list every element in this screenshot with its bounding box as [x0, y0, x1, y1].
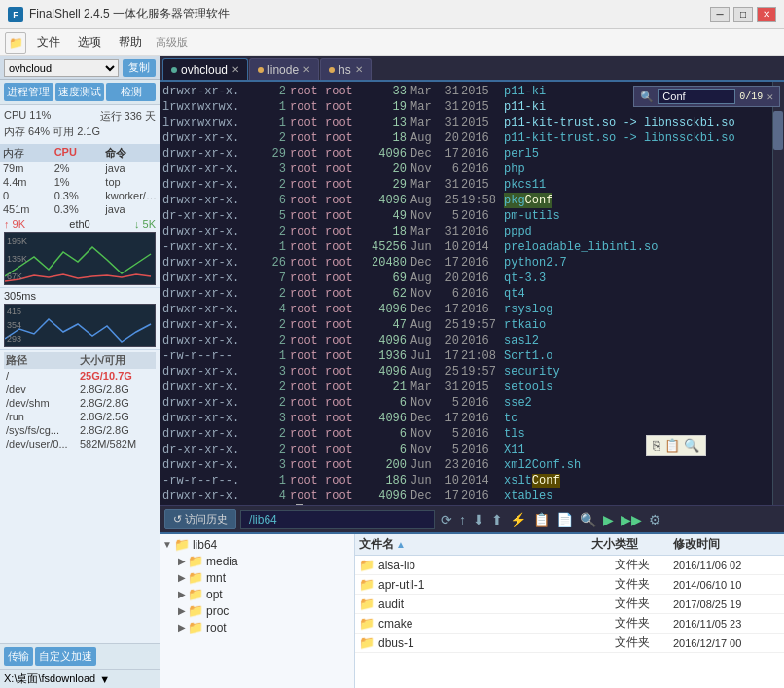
- download-icon[interactable]: ⬇: [471, 511, 486, 528]
- clipboard-icon[interactable]: 📋: [531, 511, 552, 528]
- copy-icon-1[interactable]: ⎘: [653, 439, 660, 453]
- search-close-icon[interactable]: ✕: [766, 91, 773, 103]
- lightning-icon[interactable]: ⚡: [508, 511, 528, 528]
- file-row[interactable]: 📁audit 文件夹 2017/08/25 19: [355, 595, 784, 614]
- search-cmd-icon[interactable]: 🔍: [578, 511, 598, 528]
- line-day: 17: [440, 255, 459, 271]
- refresh-icon[interactable]: ⟳: [439, 511, 454, 528]
- tree-node-proc[interactable]: ▶ 📁 proc: [162, 602, 352, 619]
- line-month: Aug: [410, 364, 440, 380]
- play-fast-icon[interactable]: ▶▶: [619, 511, 644, 528]
- terminal-line-9: drwxr-xr-x.2rootroot18Mar312016pppd: [162, 224, 768, 239]
- up-dir-icon[interactable]: ↑: [457, 511, 468, 528]
- col-cpu: CPU: [54, 146, 106, 161]
- line-links: 4: [265, 302, 286, 317]
- speed-test-button[interactable]: 速度测试: [55, 83, 105, 101]
- toolbar-folder-btn[interactable]: 📁: [5, 32, 26, 54]
- line-size: 62: [360, 286, 407, 302]
- transfer-button[interactable]: 传输: [4, 647, 33, 666]
- response-area: 305ms 415 354 293: [0, 288, 160, 350]
- line-fname: Scrt1.o: [504, 348, 552, 364]
- terminal-line-3: drwxr-xr-x.2rootroot18Aug202016p11-kit-t…: [162, 130, 768, 146]
- line-size: 6: [360, 442, 407, 457]
- history-button[interactable]: ↺ 访问历史: [164, 509, 236, 529]
- menu-options[interactable]: 选项: [70, 31, 109, 54]
- terminal-area[interactable]: 🔍 0/19 ✕ drwxr-xr-x.2rootroot33Mar312015…: [160, 82, 784, 505]
- file-row[interactable]: 📁apr-util-1 文件夹 2014/06/10 10: [355, 575, 784, 595]
- minimize-button[interactable]: ─: [710, 7, 730, 22]
- tab-ovhcloud[interactable]: ovhcloud ✕: [162, 58, 248, 80]
- net-header: ↑ 9K eth0 ↓ 5K: [4, 218, 156, 230]
- disk-row: /dev/user/0...582M/582M: [4, 437, 156, 451]
- tree-node-mnt[interactable]: ▶ 📁 mnt: [162, 569, 352, 586]
- folder-icon-mnt: 📁: [188, 570, 203, 585]
- terminal-scrollbar[interactable]: [772, 82, 784, 505]
- line-fname: tls: [504, 426, 525, 442]
- file-icon[interactable]: 📄: [554, 511, 575, 528]
- tree-expand-proc[interactable]: ▶: [178, 605, 186, 616]
- detect-button[interactable]: 检测: [106, 83, 156, 101]
- title-bar: F FinalShell 2.4.5 一体化服务器管理软件 ─ □ ✕: [0, 0, 784, 29]
- header-size[interactable]: 大小: [547, 536, 615, 553]
- cpu-label: CPU 11%: [4, 109, 51, 124]
- line-perms: drwxr-xr-x.: [162, 255, 265, 271]
- line-day: 25: [440, 317, 459, 333]
- line-month: Dec: [410, 302, 440, 317]
- server-dropdown[interactable]: ovhcloud: [4, 59, 119, 77]
- line-month: Jun: [410, 239, 440, 255]
- file-row[interactable]: 📁alsa-lib 文件夹 2016/11/06 02: [355, 556, 784, 575]
- custom-accelerate-button[interactable]: 自定义加速: [35, 647, 96, 666]
- menu-help[interactable]: 帮助: [111, 31, 150, 54]
- file-row[interactable]: 📁cmake 文件夹 2016/11/05 23: [355, 614, 784, 634]
- maximize-button[interactable]: □: [733, 7, 753, 22]
- line-day: 31: [440, 115, 459, 130]
- copy-icon-2[interactable]: 📋: [664, 438, 680, 453]
- line-links: 2: [265, 395, 286, 411]
- line-month: Nov: [410, 426, 440, 442]
- line-size: 4096: [360, 146, 407, 162]
- file-type: 文件夹: [615, 634, 673, 651]
- close-button[interactable]: ✕: [757, 7, 776, 22]
- tab-hs[interactable]: hs ✕: [320, 58, 372, 80]
- tab-linode[interactable]: linode ✕: [249, 58, 319, 80]
- folder-icon-opt: 📁: [188, 587, 203, 601]
- copy-button[interactable]: 复制: [123, 59, 156, 77]
- tab-close-ovhcloud[interactable]: ✕: [232, 64, 239, 75]
- line-perms: drwxr-xr-x.: [162, 380, 265, 395]
- play-icon[interactable]: ▶: [601, 511, 616, 528]
- line-perms: drwxr-xr-x.: [162, 286, 265, 302]
- line-day: 25: [440, 193, 459, 208]
- line-perms: drwxr-xr-x.: [162, 426, 265, 442]
- copy-icon-search[interactable]: 🔍: [684, 438, 699, 453]
- menu-file[interactable]: 文件: [29, 31, 68, 54]
- header-name[interactable]: 文件名 ▲: [359, 536, 547, 553]
- tree-node-opt[interactable]: ▶ 📁 opt: [162, 586, 352, 602]
- upload-icon[interactable]: ⬆: [489, 511, 505, 528]
- tree-node-media[interactable]: ▶ 📁 media: [162, 553, 352, 569]
- tree-expand-mnt[interactable]: ▶: [178, 572, 186, 583]
- line-perms: drwxr-xr-x.: [162, 457, 265, 473]
- tree-expand-opt[interactable]: ▶: [178, 589, 186, 599]
- tree-node-lib64[interactable]: ▼ 📁 lib64: [162, 536, 352, 553]
- tab-close-linode[interactable]: ✕: [303, 64, 310, 75]
- terminal-scrollbar-thumb[interactable]: [773, 111, 783, 150]
- line-links: 2: [265, 177, 286, 193]
- line-owner: root: [290, 473, 325, 489]
- search-input[interactable]: [658, 89, 735, 104]
- tree-node-root[interactable]: ▶ 📁 root: [162, 619, 352, 635]
- tab-close-hs[interactable]: ✕: [355, 64, 363, 75]
- disk-row: /25G/10.7G: [4, 369, 156, 382]
- file-row[interactable]: 📁dbus-1 文件夹 2016/12/17 00: [355, 634, 784, 653]
- line-day: 6: [440, 286, 459, 302]
- line-owner: root: [290, 193, 325, 208]
- process-manager-button[interactable]: 进程管理: [4, 83, 53, 101]
- tree-expand-lib64[interactable]: ▼: [162, 539, 172, 550]
- line-group: root: [325, 84, 360, 99]
- settings-icon[interactable]: ⚙: [647, 511, 663, 528]
- tree-expand-root[interactable]: ▶: [178, 622, 186, 633]
- action-buttons: 进程管理 速度测试 检测: [0, 80, 160, 105]
- tree-expand-media[interactable]: ▶: [178, 556, 186, 566]
- expand-icon[interactable]: ▼: [99, 673, 110, 685]
- line-owner: root: [290, 380, 325, 395]
- file-tree[interactable]: ▼ 📁 lib64 ▶ 📁 media ▶ 📁 mnt: [160, 534, 355, 688]
